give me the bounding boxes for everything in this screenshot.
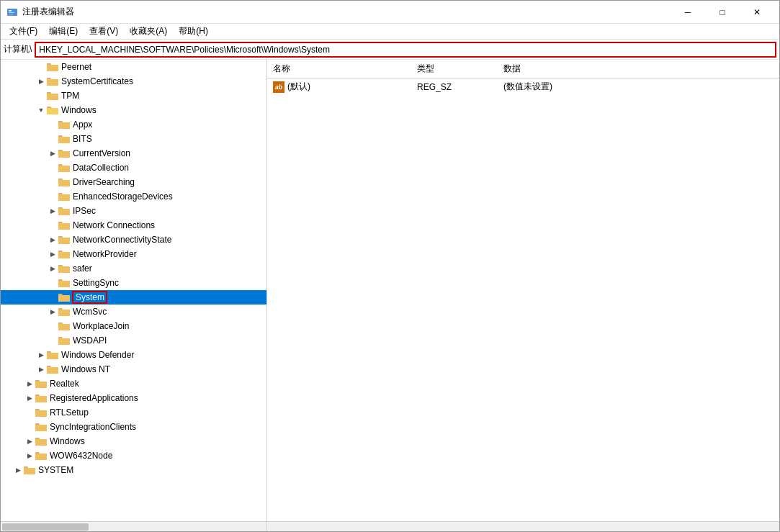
menu-edit[interactable]: 编辑(E) (43, 24, 84, 39)
folder-icon (58, 292, 70, 302)
folder-icon (58, 177, 70, 187)
tree-item-networkconnectivitystate[interactable]: ▶ NetworkConnectivityState (1, 233, 266, 247)
folder-icon (58, 235, 70, 245)
tree-item-settingsync[interactable]: SettingSync (1, 276, 266, 290)
folder-icon (58, 249, 70, 259)
folder-icon (35, 436, 47, 446)
close-button[interactable]: ✕ (740, 1, 774, 24)
folder-icon (47, 105, 58, 115)
expand-button[interactable]: ▶ (12, 464, 24, 476)
tree-label: NetworkConnectivityState (73, 235, 171, 245)
menu-favorites[interactable]: 收藏夹(A) (124, 24, 173, 39)
tree-label: WcmSvc (73, 307, 107, 317)
expand-button[interactable]: ▶ (35, 349, 47, 361)
minimize-button[interactable]: ─ (671, 1, 704, 24)
expand-placeholder (47, 162, 58, 173)
expand-button[interactable]: ▶ (47, 306, 58, 317)
tree-item-windowsdefender[interactable]: ▶ Windows Defender (1, 348, 266, 362)
svg-marker-38 (58, 294, 63, 295)
details-row[interactable]: ab (默认) REG_SZ (数值未设置) (267, 78, 779, 95)
tree-item-wow6432node[interactable]: ▶ WOW6432Node (1, 448, 266, 463)
svg-marker-33 (58, 266, 70, 273)
address-input[interactable] (35, 42, 776, 58)
svg-marker-16 (58, 135, 63, 137)
expand-button[interactable]: ▶ (24, 392, 35, 404)
tree-label: Windows NT (61, 364, 110, 374)
expand-button[interactable]: ▶ (24, 436, 35, 447)
expand-button[interactable]: ▶ (47, 248, 58, 260)
svg-marker-21 (58, 180, 70, 186)
expand-button[interactable]: ▶ (47, 234, 58, 245)
tree-item-datacollection[interactable]: DataCollection (1, 161, 266, 175)
expand-button[interactable]: ▶ (35, 76, 47, 87)
svg-marker-14 (58, 121, 63, 122)
tree-item-rtlsetup[interactable]: RTLSetup (1, 405, 266, 420)
expand-button[interactable]: ▶ (47, 205, 58, 217)
svg-marker-6 (47, 65, 58, 71)
tree-item-workplacejoin[interactable]: WorkplaceJoin (1, 319, 266, 333)
tree-item-systemcerts[interactable]: ▶ SystemCertificates (1, 74, 266, 89)
scroll-thumb[interactable] (2, 523, 89, 531)
tree-item-networkprovider[interactable]: ▶ NetworkProvider (1, 247, 266, 261)
folder-icon (35, 407, 47, 418)
details-header: 名称 类型 数据 (267, 60, 779, 78)
folder-icon (58, 220, 70, 230)
tree-label: safer (73, 263, 92, 274)
tree-label: Windows (50, 436, 85, 446)
tree-label: DriverSearching (73, 177, 135, 187)
folder-icon (58, 335, 70, 346)
folder-icon (58, 307, 70, 317)
tree-item-realtek[interactable]: ▶ Realtek (1, 377, 266, 391)
svg-marker-43 (58, 338, 70, 345)
tree-item-safer[interactable]: ▶ safer (1, 261, 266, 276)
menu-file[interactable]: 文件(F) (4, 24, 43, 39)
tree-label: EnhancedStorageDevices (73, 191, 173, 202)
tree-item-windowsnt[interactable]: ▶ Windows NT (1, 362, 266, 377)
svg-marker-30 (58, 236, 63, 238)
svg-marker-27 (58, 223, 70, 230)
svg-marker-23 (58, 194, 70, 201)
tree-label: BITS (73, 134, 92, 144)
svg-rect-3 (9, 14, 13, 14)
expand-button[interactable]: ▼ (35, 104, 47, 116)
tree-item-windows2[interactable]: ▶ Windows (1, 434, 266, 448)
tree-item-bits[interactable]: BITS (1, 132, 266, 146)
tree-item-wcmsvc[interactable]: ▶ WcmSvc (1, 305, 266, 319)
tree-item-wsdapi[interactable]: WSDAPI (1, 333, 266, 348)
expand-button[interactable]: ▶ (47, 148, 58, 159)
maximize-button[interactable]: □ (706, 1, 739, 24)
tree-item-registeredapps[interactable]: ▶ RegisteredApplications (1, 391, 266, 405)
tree-item-networkconnections[interactable]: Network Connections (1, 218, 266, 233)
bottom-scroll-inner[interactable] (1, 522, 267, 531)
svg-marker-46 (47, 351, 51, 353)
tree-item-windows[interactable]: ▼ Windows (1, 103, 266, 117)
svg-marker-41 (58, 324, 70, 330)
tree-item-system[interactable]: System (1, 290, 266, 305)
tree-item-currentversion[interactable]: ▶ CurrentVersion (1, 146, 266, 161)
tree-item-appx[interactable]: Appx (1, 117, 266, 132)
bottom-scrollbar[interactable] (1, 521, 779, 531)
expand-button[interactable]: ▶ (47, 263, 58, 274)
svg-marker-56 (35, 423, 40, 425)
tree-item-peernet[interactable]: Peernet (1, 60, 266, 74)
expand-button[interactable]: ▶ (24, 378, 35, 389)
expand-placeholder (47, 292, 58, 303)
tree-panel[interactable]: Peernet ▶ SystemCertificates TPM (1, 60, 267, 521)
svg-marker-13 (58, 122, 70, 129)
tree-item-driversearching[interactable]: DriverSearching (1, 175, 266, 189)
svg-marker-58 (35, 438, 40, 439)
expand-button[interactable]: ▶ (35, 364, 47, 375)
tree-item-tpm[interactable]: TPM (1, 89, 266, 103)
svg-marker-24 (58, 193, 63, 194)
svg-marker-8 (47, 78, 51, 79)
expand-button[interactable]: ▶ (24, 450, 35, 461)
svg-marker-57 (35, 439, 47, 446)
svg-marker-52 (35, 395, 40, 396)
menu-view[interactable]: 查看(V) (84, 24, 124, 39)
tree-item-enhancedstorage[interactable]: EnhancedStorageDevices (1, 189, 266, 204)
tree-item-syncintegration[interactable]: SyncIntegrationClients (1, 420, 266, 434)
menu-help[interactable]: 帮助(H) (173, 24, 214, 39)
svg-rect-2 (9, 12, 14, 13)
tree-item-system-root[interactable]: ▶ SYSTEM (1, 463, 266, 477)
tree-item-ipsec[interactable]: ▶ IPSec (1, 204, 266, 218)
